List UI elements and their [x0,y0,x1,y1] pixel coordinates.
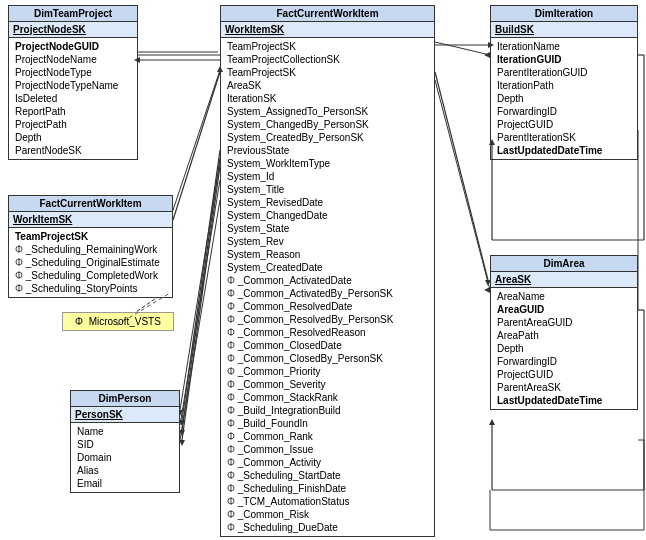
entity-row: Φ _Common_ActivatedBy_PersonSK [225,287,430,300]
svg-line-3 [435,42,490,55]
entity-row: AreaPath [495,329,633,342]
entity-row-common-activity: Φ _Common_Activity [225,456,430,469]
entity-row: System_Id [225,170,430,183]
entity-pk-DimTeamProject: ProjectNodeSK [9,22,137,38]
entity-body: TeamProjectSK Φ _Scheduling_RemainingWor… [9,228,172,297]
svg-line-36 [182,150,220,420]
entity-row: Φ _Scheduling_FinishDate [225,482,430,495]
entity-FactCurrentWorkItem-small: FactCurrentWorkItem WorkItemSK TeamProje… [8,195,173,298]
entity-row: Φ _Common_Rank [225,430,430,443]
entity-row: System_AssignedTo_PersonSK [225,105,430,118]
entity-row: System_ChangedDate [225,209,430,222]
entity-DimPerson: DimPerson PersonSK Name SID Domain Alias… [70,390,180,493]
entity-row: System_State [225,222,430,235]
entity-row: ProjectGUID [495,368,633,381]
entity-pk-main: WorkItemSK [221,22,434,38]
entity-row: System_ChangedBy_PersonSK [225,118,430,131]
entity-row: System_RevisedDate [225,196,430,209]
entity-row: Φ _Build_FoundIn [225,417,430,430]
svg-line-16 [180,180,220,425]
entity-row-common-severity: Φ _Common_Severity [225,378,430,391]
svg-line-29 [435,72,488,280]
entity-row: Φ _Common_ResolvedDate [225,300,430,313]
entity-row: ParentAreaSK [495,381,633,394]
entity-row: IterationGUID [495,53,633,66]
svg-line-42 [173,72,220,220]
entity-row: IsDeleted [13,92,133,105]
entity-row: Φ _Scheduling_CompletedWork [13,269,168,282]
entity-body-DimArea: AreaName AreaGUID ParentAreaGUID AreaPat… [491,288,637,409]
entity-row: ProjectPath [13,118,133,131]
entity-row: Φ _Common_ActivatedDate [225,274,430,287]
entity-row: Φ _Common_StackRank [225,391,430,404]
entity-row: Depth [13,131,133,144]
diagram: DimTeamProject ProjectNodeSK ProjectNode… [0,0,646,540]
entity-body-DimPerson: Name SID Domain Alias Email [71,423,179,492]
entity-row: System_CreatedDate [225,261,430,274]
svg-line-8 [435,80,490,290]
svg-line-38 [182,158,220,430]
entity-row: Φ _Scheduling_RemainingWork [13,243,168,256]
entity-row: Φ _Scheduling_StoryPoints [13,282,168,295]
entity-row: Φ _Common_Issue [225,443,430,456]
entity-row: ProjectNodeGUID [13,40,133,53]
entity-pk: WorkItemSK [9,212,172,228]
entity-DimTeamProject: DimTeamProject ProjectNodeSK ProjectNode… [8,5,138,160]
entity-row-email: Email [75,477,175,490]
entity-row: Depth [495,92,633,105]
entity-row: ParentIterationSK [495,131,633,144]
entity-row: Φ _Common_ResolvedBy_PersonSK [225,313,430,326]
svg-line-40 [182,166,220,440]
entity-header-DimTeamProject: DimTeamProject [9,6,137,22]
entity-row: AreaGUID [495,303,633,316]
entity-row: ProjectNodeType [13,66,133,79]
entity-header-DimArea: DimArea [491,256,637,272]
entity-row: Φ _TCM_AutomationStatus [225,495,430,508]
entity-row: ParentAreaGUID [495,316,633,329]
entity-row: PreviousState [225,144,430,157]
entity-row: TeamProjectSK [225,66,430,79]
entity-row: IterationPath [495,79,633,92]
entity-body-DimTeamProject: ProjectNodeGUID ProjectNodeName ProjectN… [9,38,137,159]
entity-row: ParentNodeSK [13,144,133,157]
entity-row: LastUpdatedDateTime [495,144,633,157]
entity-row: Φ _Scheduling_DueDate [225,521,430,534]
entity-FactCurrentWorkItem-main: FactCurrentWorkItem WorkItemSK TeamProje… [220,5,435,537]
entity-row: Φ _Common_ClosedDate [225,339,430,352]
entity-row: Φ _Common_Priority [225,365,430,378]
entity-row: Φ _Build_IntegrationBuild [225,404,430,417]
entity-row: Φ _Common_ClosedBy_PersonSK [225,352,430,365]
entity-row: TeamProjectSK [225,40,430,53]
entity-row: ProjectNodeName [13,53,133,66]
entity-row: System_CreatedBy_PersonSK [225,131,430,144]
entity-header: FactCurrentWorkItem [9,196,172,212]
entity-pk-DimIteration: BuildSK [491,22,637,38]
entity-row: System_Rev [225,235,430,248]
microsoft-vsts-note: Φ Microsoft_VSTS [62,312,174,331]
entity-row: LastUpdatedDateTime [495,394,633,407]
entity-row-domain: Domain [75,451,175,464]
entity-row: ProjectNodeTypeName [13,79,133,92]
entity-row: IterationSK [225,92,430,105]
entity-header-main: FactCurrentWorkItem [221,6,434,22]
entity-row: Φ _Scheduling_StartDate [225,469,430,482]
entity-pk-DimArea: AreaSK [491,272,637,288]
entity-row-sid: SID [75,438,175,451]
entity-row: System_WorkItemType [225,157,430,170]
entity-DimIteration: DimIteration BuildSK IterationName Itera… [490,5,638,160]
entity-header-DimPerson: DimPerson [71,391,179,407]
entity-row: ProjectGUID [495,118,633,131]
entity-row: Φ _Scheduling_OriginalEstimate [13,256,168,269]
entity-row: System_Title [225,183,430,196]
entity-row: AreaSK [225,79,430,92]
entity-DimArea: DimArea AreaSK AreaName AreaGUID ParentA… [490,255,638,410]
entity-header-DimIteration: DimIteration [491,6,637,22]
entity-row: AreaName [495,290,633,303]
entity-row-name: Name [75,425,175,438]
entity-row: ReportPath [13,105,133,118]
entity-row: IterationName [495,40,633,53]
entity-row: Φ _Common_ResolvedReason [225,326,430,339]
entity-row: TeamProjectSK [13,230,168,243]
entity-body-main: TeamProjectSK TeamProjectCollectionSK Te… [221,38,434,536]
note-phi: Φ [75,316,83,327]
